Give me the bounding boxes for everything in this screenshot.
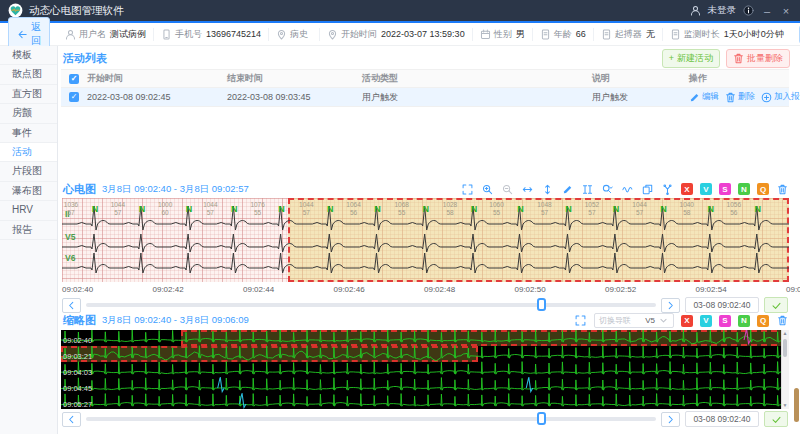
svg-text:57: 57 xyxy=(303,209,311,216)
ecg-slider-handle[interactable] xyxy=(537,298,546,311)
activity-table: ✓开始时间结束时间活动类型说明操作✓2022-03-08 09:02:45202… xyxy=(61,69,789,107)
row-checkbox[interactable]: ✓ xyxy=(69,92,79,102)
tool-zoom-out-button[interactable] xyxy=(501,183,514,196)
lead-select-placeholder: 切换导联 xyxy=(599,315,631,326)
svg-text:N: N xyxy=(327,204,334,214)
new-activity-button[interactable]: +新建活动 xyxy=(662,49,720,68)
sidebar-item-模板[interactable]: 模板 xyxy=(0,46,57,65)
beat-type-N-button[interactable]: N xyxy=(738,315,750,327)
ecg-slider-next-button[interactable] xyxy=(661,298,680,313)
sidebar-item-报告[interactable]: 报告 xyxy=(0,221,57,240)
phone-icon xyxy=(161,29,172,40)
thumbnail-slider-prev-button[interactable] xyxy=(62,412,81,427)
thumbnail-slider-track[interactable] xyxy=(86,417,656,421)
thumbnail-scrollbar[interactable]: ▲ ▼ xyxy=(781,330,789,409)
titlebar-right: 未登录 – × xyxy=(690,4,793,17)
beat-type-Q-button[interactable]: Q xyxy=(757,183,769,195)
beat-type-N-button[interactable]: N xyxy=(738,183,750,195)
doc-icon xyxy=(540,29,551,40)
lead-select[interactable]: 切换导联V5 xyxy=(594,313,674,328)
pin-icon xyxy=(327,29,338,40)
main-panel: 活动列表 +新建活动 批量删除 ✓开始时间结束时间活动类型说明操作✓2022-0… xyxy=(58,46,800,434)
sidebar-item-事件[interactable]: 事件 xyxy=(0,124,57,143)
svg-text:09:02:40: 09:02:40 xyxy=(63,336,92,345)
加入报告-link[interactable]: 加入报告 xyxy=(761,91,800,103)
tool-zoom-in-button[interactable] xyxy=(481,183,494,196)
sidebar-item-直方图[interactable]: 直方图 xyxy=(0,85,57,104)
编辑-link[interactable]: 编辑 xyxy=(689,91,719,103)
header-checkbox-cell: ✓ xyxy=(61,74,87,84)
tool-expand-button[interactable] xyxy=(574,314,587,327)
beat-type-Q-button[interactable]: Q xyxy=(757,315,769,327)
field-label: 起搏器 xyxy=(615,28,642,41)
thumbnail-chart[interactable]: 09:02:4009:03:2109:04:0309:04:4509:05:27… xyxy=(61,330,789,409)
beat-type-V-button[interactable]: V xyxy=(700,183,712,195)
scroll-down-icon[interactable]: ▼ xyxy=(782,402,788,409)
tool-v-scale-button[interactable] xyxy=(541,183,554,196)
svg-text:1064: 1064 xyxy=(346,201,361,208)
thumbnail-slider-handle[interactable] xyxy=(537,412,546,425)
close-button[interactable]: × xyxy=(780,5,792,17)
ecg-slider-prev-button[interactable] xyxy=(62,298,81,313)
ecg-slider-track[interactable] xyxy=(86,303,656,307)
tool-pencil-button[interactable] xyxy=(561,183,574,196)
tool-h-scale-button[interactable] xyxy=(521,183,534,196)
patient-field-起搏器: 起搏器无 xyxy=(594,28,663,41)
patient-field-性别: 性别男 xyxy=(473,28,533,41)
thumbnail-delete-button[interactable] xyxy=(776,314,789,327)
tool-calipers-button[interactable] xyxy=(581,183,594,196)
thumbnail-slider-time-input[interactable]: 03-08 09:02:40 xyxy=(685,411,759,427)
tool-copy-button[interactable] xyxy=(641,183,654,196)
svg-text:1044: 1044 xyxy=(299,201,314,208)
ecg-slider-confirm-button[interactable] xyxy=(764,297,788,313)
svg-text:56: 56 xyxy=(350,209,358,216)
table-row[interactable]: ✓2022-03-08 09:02:452022-03-08 09:03:45用… xyxy=(61,88,789,107)
cell-actions: 编辑删除加入报告 xyxy=(689,91,789,103)
ecg-slider-time-input[interactable]: 03-08 09:02:40 xyxy=(685,297,759,313)
tool-expand-button[interactable] xyxy=(461,183,474,196)
beat-type-X-button[interactable]: X xyxy=(681,183,693,195)
info-icon[interactable] xyxy=(743,5,754,16)
svg-text:1044: 1044 xyxy=(203,201,218,208)
page-scrollbar-thumb[interactable] xyxy=(794,388,799,422)
select-all-checkbox[interactable]: ✓ xyxy=(69,74,79,84)
svg-text:60: 60 xyxy=(162,209,170,216)
thumbnail-slider-next-button[interactable] xyxy=(661,412,680,427)
scroll-up-icon[interactable]: ▲ xyxy=(782,330,788,337)
svg-text:09:04:03: 09:04:03 xyxy=(63,368,92,377)
tool-wave-button[interactable] xyxy=(621,183,634,196)
user-avatar-icon[interactable] xyxy=(690,5,701,16)
beat-type-V-button[interactable]: V xyxy=(700,315,712,327)
ecg-title: 心电图 xyxy=(63,182,96,197)
beat-type-S-button[interactable]: S xyxy=(719,183,731,195)
sidebar-item-房颤[interactable]: 房颤 xyxy=(0,104,57,123)
batch-delete-button[interactable]: 批量删除 xyxy=(726,49,790,68)
tool-branch-button[interactable] xyxy=(661,183,674,196)
trash-icon xyxy=(733,53,744,64)
thumbnail-waveforms: 09:02:4009:03:2109:04:0309:04:4509:05:27 xyxy=(61,330,789,409)
svg-text:57: 57 xyxy=(114,209,122,216)
sidebar-item-瀑布图[interactable]: 瀑布图 xyxy=(0,182,57,201)
删除-link[interactable]: 删除 xyxy=(725,91,755,103)
ecg-chart[interactable]: IIV5V6103657N104457N100060N104457N107655… xyxy=(62,198,789,282)
minimize-button[interactable]: – xyxy=(761,5,773,17)
sidebar-item-片段图[interactable]: 片段图 xyxy=(0,162,57,181)
sidebar-item-活动[interactable]: 活动 xyxy=(0,143,57,162)
beat-type-X-button[interactable]: X xyxy=(681,315,693,327)
thumbnail-slider: 03-08 09:02:40 xyxy=(62,411,788,427)
svg-text:1000: 1000 xyxy=(158,201,173,208)
activity-header: 活动列表 +新建活动 批量删除 xyxy=(63,49,790,67)
sidebar-item-HRV[interactable]: HRV xyxy=(0,201,57,220)
column-header-活动类型: 活动类型 xyxy=(362,72,592,85)
field-label: 手机号 xyxy=(175,28,202,41)
svg-text:57: 57 xyxy=(636,209,644,216)
plus-circle-icon xyxy=(761,92,772,103)
sidebar-item-散点图[interactable]: 散点图 xyxy=(0,65,57,84)
svg-text:1056: 1056 xyxy=(727,201,742,208)
delete-beats-button[interactable] xyxy=(776,183,789,196)
beat-type-S-button[interactable]: S xyxy=(719,315,731,327)
scrollbar-thumb[interactable] xyxy=(783,339,787,357)
login-status[interactable]: 未登录 xyxy=(708,4,737,17)
thumbnail-slider-confirm-button[interactable] xyxy=(764,411,788,427)
tool-zoom-caret-button[interactable] xyxy=(601,183,614,196)
